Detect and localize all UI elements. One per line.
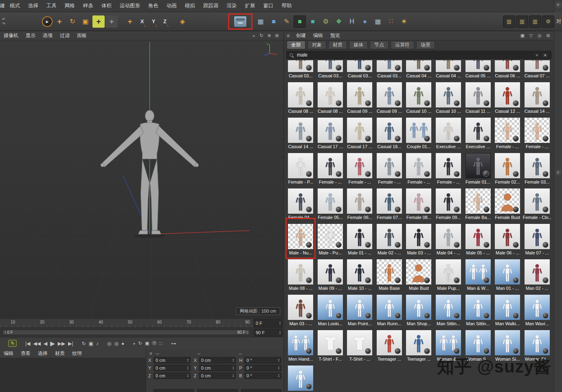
asset-thumbnail[interactable] <box>318 60 343 72</box>
layout-preset-2-icon[interactable]: ▥ <box>516 15 528 28</box>
spinner-icon[interactable] <box>278 366 279 370</box>
spinner-icon[interactable] <box>187 366 189 370</box>
asset-item[interactable]: Casual 08 ... <box>286 81 315 117</box>
asset-thumbnail[interactable] <box>465 153 491 178</box>
asset-thumbnail[interactable] <box>465 259 491 285</box>
autokey-icon[interactable]: ◎ <box>114 341 119 346</box>
asset-thumbnail[interactable] <box>495 60 520 72</box>
asset-thumbnail[interactable] <box>347 295 372 320</box>
coord-field-partial[interactable] <box>197 389 237 392</box>
asset-item[interactable]: Male Bust <box>404 258 433 294</box>
asset-thumbnail[interactable] <box>525 60 550 72</box>
filter-icon[interactable]: ▽ <box>528 33 534 39</box>
measure-icon[interactable]: H <box>346 15 358 28</box>
spinner-icon[interactable] <box>187 374 189 378</box>
asset-item[interactable]: Male 10 - ... <box>345 258 374 294</box>
docked-panel-tab[interactable]: ≡ <box>555 170 561 175</box>
menu-item[interactable]: 显示 <box>22 32 39 39</box>
active-move-tool-icon[interactable]: + <box>92 15 105 28</box>
cube-primitive-icon[interactable]: ■ <box>268 15 280 28</box>
goto-end-icon[interactable]: ▶| <box>68 341 73 346</box>
asset-thumbnail[interactable] <box>377 118 402 143</box>
asset-thumbnail[interactable] <box>525 295 550 320</box>
menu-item[interactable]: 动画 <box>162 2 181 9</box>
asset-item[interactable]: Male 03 - ... <box>404 223 433 258</box>
asset-thumbnail[interactable] <box>288 153 313 178</box>
asset-item[interactable]: Teenager ... <box>404 329 433 365</box>
timeline-range-slider[interactable]: ‖ 0 F 90 F ‖ <box>0 328 252 337</box>
interface-settings-icon[interactable]: ⚙ <box>542 15 554 28</box>
coord-field-X[interactable]: 0 cm <box>154 357 191 364</box>
asset-item[interactable]: Executive ... <box>464 117 492 152</box>
asset-thumbnail[interactable] <box>436 188 461 214</box>
spinner-icon[interactable] <box>187 358 189 362</box>
menu-item[interactable]: 查看 <box>17 350 34 357</box>
asset-thumbnail[interactable] <box>495 259 520 285</box>
asset-item[interactable]: Female 01... <box>464 152 492 188</box>
menu-item[interactable]: 模拟 <box>181 2 199 9</box>
asset-item[interactable]: Casual 03... <box>286 60 315 81</box>
asset-thumbnail[interactable] <box>495 224 520 249</box>
live-selection-icon[interactable]: ▸ <box>42 16 53 27</box>
coord-field-H[interactable]: 0 ° <box>244 357 281 364</box>
asset-item[interactable]: Male 04 - ... <box>434 223 463 258</box>
menu-item[interactable]: 渲染 <box>223 2 241 9</box>
rotate-tool-icon[interactable]: ↻ <box>66 15 79 28</box>
asset-item[interactable]: Male 02 - ... <box>375 223 404 258</box>
asset-thumbnail[interactable] <box>525 330 550 355</box>
play-icon[interactable]: ▶ <box>50 340 55 347</box>
asset-item[interactable]: Female 09... <box>434 188 463 223</box>
asset-thumbnail[interactable] <box>288 82 313 107</box>
asset-thumbnail[interactable] <box>377 259 402 285</box>
asset-thumbnail[interactable] <box>525 188 550 214</box>
asset-item[interactable]: Casual 08 ... <box>316 81 345 117</box>
asset-thumbnail[interactable] <box>525 118 550 143</box>
tab-场景[interactable]: 场景 <box>416 41 435 49</box>
spinner-icon[interactable] <box>279 331 281 335</box>
asset-thumbnail[interactable] <box>436 224 461 249</box>
asset-thumbnail[interactable] <box>377 330 402 355</box>
keyframe-box-icon[interactable]: ▣ <box>89 341 93 346</box>
asset-item[interactable]: Female - ... <box>345 152 374 188</box>
tab-运算符[interactable]: 运算符 <box>391 41 414 49</box>
asset-thumbnail[interactable] <box>465 330 491 355</box>
coord-field-partial[interactable] <box>241 389 281 392</box>
asset-item[interactable]: Man Walki... <box>493 294 522 329</box>
layout-preset-1-icon[interactable]: ▥ <box>503 15 515 28</box>
asset-item[interactable]: Female - ... <box>404 152 433 188</box>
asset-item[interactable]: Casual 14 ... <box>286 117 315 152</box>
asset-item[interactable]: Female 08... <box>404 188 433 223</box>
range-end-handle[interactable]: ‖ <box>246 331 248 335</box>
asset-item[interactable]: Female 04... <box>286 188 315 223</box>
asset-thumbnail[interactable] <box>406 118 431 143</box>
recent-tool-icon[interactable]: + <box>105 15 118 28</box>
coord-field-Y[interactable]: 0 cm <box>199 365 236 371</box>
asset-thumbnail[interactable] <box>495 188 520 214</box>
tab-全部[interactable]: 全部 <box>287 41 305 49</box>
asset-item[interactable]: Male Pup... <box>434 258 463 294</box>
current-frame-field[interactable]: 0 F <box>254 319 283 328</box>
asset-item[interactable]: Casual 03... <box>375 60 404 81</box>
asset-thumbnail[interactable] <box>288 118 313 143</box>
asset-thumbnail[interactable] <box>288 259 313 285</box>
asset-thumbnail[interactable] <box>465 60 491 72</box>
asset-thumbnail[interactable] <box>436 153 461 178</box>
search-input[interactable] <box>296 52 533 58</box>
asset-thumbnail[interactable] <box>495 153 520 178</box>
asset-thumbnail[interactable] <box>436 82 461 107</box>
toggle-view-icon[interactable]: ⊞ <box>274 33 280 39</box>
asset-thumbnail[interactable] <box>495 82 520 107</box>
menu-item-partial[interactable]: 建 <box>0 2 6 9</box>
zoom-view-icon[interactable]: ⊕ <box>266 33 272 39</box>
menu-item[interactable]: 材质 <box>51 350 68 357</box>
keyframe-selection-icon[interactable]: ● <box>121 341 124 346</box>
dots-icon[interactable]: ∷ <box>159 341 162 346</box>
spinner-icon[interactable] <box>233 366 234 370</box>
tab-节点[interactable]: 节点 <box>370 41 389 49</box>
asset-item[interactable]: Man Wavi... <box>523 294 551 329</box>
asset-item[interactable]: Casual 18... <box>375 117 404 152</box>
coord-field-X[interactable]: 0 cm <box>199 357 236 364</box>
asset-thumbnail[interactable] <box>318 82 343 107</box>
coords-menu-icon[interactable] <box>149 351 156 356</box>
asset-thumbnail[interactable] <box>377 60 402 72</box>
